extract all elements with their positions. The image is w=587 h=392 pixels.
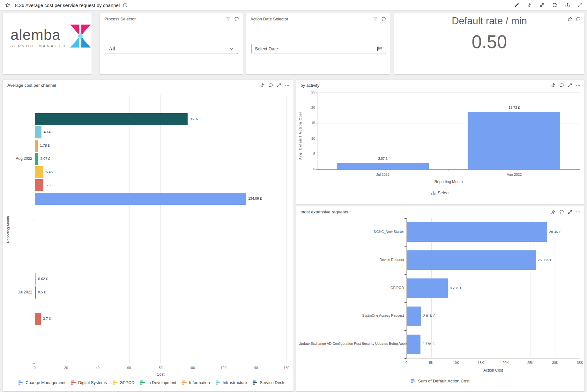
bar-value-label: 96.97 £ [190,117,202,121]
legend-item-digital-systems[interactable]: Digital Systems [71,380,107,385]
y-tick-label: 5 [307,152,315,156]
bar-digital-systems[interactable] [35,313,41,325]
bar-value-label: 8.28K £ [450,286,462,290]
legend-item-gppod[interactable]: GPPOD [113,380,135,385]
axis-tick [449,169,449,171]
bar-value-label: 2.07 £ [370,157,396,160]
link-icon[interactable] [539,3,545,8]
dashboard-title: 8.36 Average cost per service request by… [15,3,120,8]
alemba-x-logo-icon [70,24,91,48]
expand-icon[interactable] [578,3,583,8]
legend-item-in-development[interactable]: In Development [140,380,176,385]
process-select-dropdown[interactable]: All [105,44,238,54]
category-label: Device Request [299,258,404,262]
y-tick-label: 25 [307,90,315,94]
bar-in-development[interactable] [35,286,36,299]
bar-gppod[interactable] [35,166,44,178]
bar-in-development[interactable] [35,153,38,165]
bar-value-label: 26.03K £ [538,258,552,262]
comment-icon[interactable] [576,17,581,21]
bar-change-management[interactable] [35,193,246,205]
y-axis-title: Reporting Month [6,210,10,248]
x-tick-label: 100 [187,366,197,370]
pin-icon[interactable] [527,3,532,8]
y-axis-title: Avg. Default Action Cost [299,102,302,160]
hbar-chart-icon [411,379,416,383]
legend-label: Digital Systems [78,380,107,385]
gridline [224,95,224,363]
y-tick-label: 10 [307,137,315,140]
x-tick-label: 40 [93,366,102,370]
bar-service-desk[interactable] [35,113,188,125]
gridline [286,95,287,363]
legend-item-select[interactable]: Select [431,190,450,195]
favorite-star-icon[interactable] [5,3,11,8]
x-tick-label: 140 [250,366,260,370]
info-icon[interactable] [123,3,128,8]
bar-aug-2022[interactable] [468,112,560,169]
legend-item-service-desk[interactable]: Service Desk [253,380,284,385]
hbar-chart-icon [140,381,145,385]
category-label: GP/POD [299,286,404,290]
category-label: Update Exchange AD Configuration Post Se… [299,342,404,345]
legend-item-sum-of-default-action-cost[interactable]: Sum of Default Action Cost [411,379,469,383]
legend-label: Service Desk [260,380,284,385]
pin-icon[interactable] [568,17,572,21]
chart-legend: Change ManagementDigital SystemsGPPODIn … [19,380,284,385]
chart-legend: Select [296,190,584,195]
filter-icon[interactable] [226,17,231,21]
comment-icon[interactable] [234,17,239,21]
action-date-selector-title: Action Date Selector [250,17,288,21]
gridline [555,218,555,358]
legend-item-infrastructure[interactable]: Infrastructure [216,380,247,385]
x-axis-title: Cost [148,372,173,377]
filter-icon[interactable] [373,17,378,21]
chart-legend: Sum of Default Action Cost [296,379,584,383]
comment-icon[interactable] [381,17,386,21]
bar-request[interactable] [407,278,448,298]
y-tick-label: 20 [307,106,315,109]
refresh-icon[interactable] [552,3,557,8]
axis-tick [33,220,35,220]
most-expensive-chart-plot: 05K10K15K20K25K30K35KAction CostNCHC_New… [296,206,584,391]
process-select-value: All [109,46,115,52]
x-tick-label: 15K [475,361,487,365]
x-tick-label: 0 [30,366,40,370]
axis-tick [33,95,35,95]
process-selector-card: Process Selector All [100,13,243,74]
bar-value-label: 0.5 £ [38,290,46,294]
bar-information[interactable] [35,273,36,285]
legend-label: Select [438,190,450,195]
y-tick-label: 15 [307,121,315,125]
legend-label: Information [189,380,210,385]
bar-value-label: 0.62 £ [38,277,48,281]
bar-information[interactable] [35,140,38,152]
hbar-chart-icon [71,381,76,385]
top-bar: 8.36 Average cost per service request by… [0,0,587,11]
share-icon[interactable] [565,3,570,8]
action-date-selector-icons [373,17,386,21]
bar-jul-2022[interactable] [337,163,429,169]
gridline [129,95,130,363]
most-expensive-requests-widget: most expensive requests 05K10K15K20K25K3… [296,206,584,391]
avg-cost-per-channel-widget: Average cost per channel 020406080100120… [3,80,294,391]
x-tick-label: 5K [426,361,437,365]
logo-brand-text: alemba [11,27,67,42]
bar-request[interactable] [407,335,420,354]
dashboard-page: 8.36 Average cost per service request by… [0,0,587,392]
legend-label: GPPOD [120,380,135,385]
legend-item-change-management[interactable]: Change Management [19,380,65,385]
date-picker-input[interactable]: Select Date [251,44,386,54]
bar-digital-systems[interactable] [35,179,43,191]
bar-infrastructure[interactable] [35,126,41,138]
bar-value-label: 2.91K £ [423,314,435,318]
by-activity-chart-plot: 2520151050Avg. Default Action Cost2.07 £… [296,80,584,204]
bar-request[interactable] [407,307,421,326]
hbar-chart-icon [216,381,220,385]
bar-request[interactable] [407,222,547,242]
default-rate-icons [568,17,581,21]
edit-icon[interactable] [514,3,519,8]
legend-item-information[interactable]: Information [182,380,210,385]
toolbar-actions [514,0,583,10]
bar-request[interactable] [407,250,536,270]
